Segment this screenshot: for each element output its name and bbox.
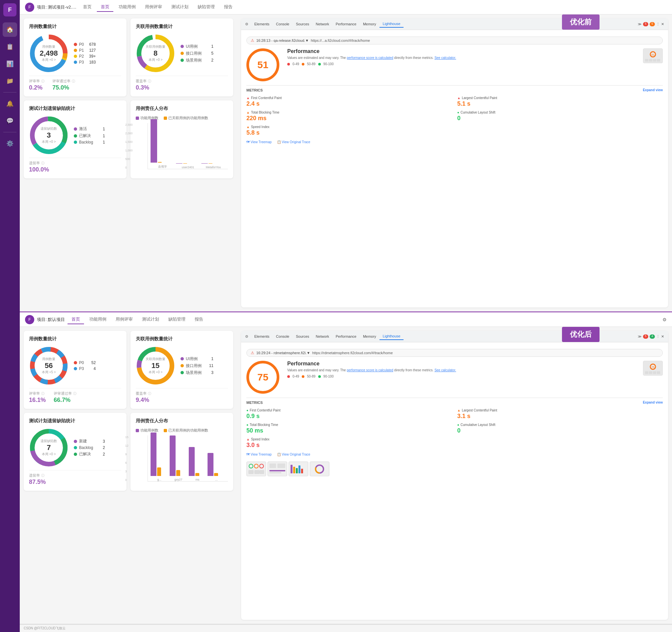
- sidebar-item-list[interactable]: 📋: [3, 40, 17, 54]
- top-related-stats: 覆盖率 ⓘ 0.3%: [136, 76, 228, 91]
- top-dt-elements[interactable]: Elements: [251, 21, 273, 27]
- bottom-dt-elements[interactable]: Elements: [251, 333, 273, 340]
- top-dt-console[interactable]: Console: [273, 21, 292, 27]
- top-nav-defect[interactable]: 缺陷管理: [194, 3, 219, 12]
- bottom-bar-group-3: ms: [189, 447, 207, 481]
- top-dt-sources[interactable]: Sources: [292, 21, 312, 27]
- bottom-retention: 遗留率 ⓘ 87.5%: [29, 473, 46, 485]
- top-lh-expand[interactable]: Expand view: [643, 88, 663, 92]
- top-nav-home[interactable]: 首页: [79, 3, 96, 12]
- top-defect-card: 测试计划遗留缺陷统计 遗留缺陷数 3: [24, 100, 126, 178]
- bottom-related-center: 关联用例数量 15 本周 +0 >: [146, 357, 165, 375]
- top-dt-lighthouse[interactable]: Lighthouse: [380, 20, 404, 28]
- bottom-related-donut-section: 关联用例数量 15 本周 +0 > UI用例 1: [136, 346, 228, 385]
- top-nav-home-active[interactable]: 首页: [97, 3, 113, 12]
- top-lh-links: 🗺 View Treemap 📋 View Original Trace: [246, 140, 663, 144]
- bottom-lcp-icon: ▲: [457, 408, 460, 412]
- bottom-dt-console[interactable]: Console: [273, 333, 292, 340]
- svg-rect-37: [254, 470, 260, 474]
- top-nav-report[interactable]: 报告: [220, 3, 237, 12]
- b-dot-p3: [74, 367, 77, 370]
- coverage-info-icon: ⓘ: [148, 79, 151, 84]
- top-coverage: 覆盖率 ⓘ 0.3%: [136, 79, 151, 91]
- bottom-dt-badge-1: 5: [643, 334, 648, 339]
- bottom-dt-network[interactable]: Network: [313, 333, 332, 340]
- bottom-coverage: 覆盖率 ⓘ 9.4%: [136, 391, 151, 404]
- top-dt-dots: ⋮: [656, 22, 660, 26]
- top-bar-group-1: 血视学: [150, 119, 174, 169]
- top-usecase-number: 2,498: [40, 49, 58, 58]
- bottom-dt-sources[interactable]: Sources: [292, 333, 312, 340]
- sidebar-item-chart[interactable]: 📊: [3, 57, 17, 71]
- top-usecase-center-label: 用例数量: [40, 45, 58, 49]
- bottom-dt-close[interactable]: ✕: [661, 334, 664, 339]
- bottom-nav-report[interactable]: 报告: [191, 315, 207, 324]
- sidebar-item-home[interactable]: 🏠: [3, 22, 17, 37]
- bottom-lh-thumb-1: 75: [643, 361, 663, 376]
- top-panel-nav: 首页 首页 功能用例 用例评审 测试计划 缺陷管理 报告: [79, 3, 237, 12]
- top-usecase-donut-section: 用例数量 2,498 本周 +0 > P0 678: [29, 33, 121, 73]
- bottom-related-title: 关联用例数量统计: [136, 336, 228, 342]
- bottom-thumb-svg: 75: [644, 361, 662, 375]
- b-bar-2-func: [170, 435, 175, 476]
- bottom-panel-settings-icon[interactable]: ⚙: [663, 317, 667, 322]
- bottom-dt-performance[interactable]: Performance: [332, 333, 360, 340]
- bottom-lh-expand[interactable]: Expand view: [643, 401, 663, 405]
- bottom-dt-lighthouse[interactable]: Lighthouse: [380, 333, 404, 340]
- top-dt-network[interactable]: Network: [313, 21, 332, 27]
- sidebar-item-bell[interactable]: 🔔: [3, 97, 17, 111]
- bottom-lh-metric-cls: ● Cumulative Layout Shift 0: [457, 423, 663, 434]
- bottom-bar-legend-func: 功能用例数: [136, 428, 159, 433]
- top-lh-link-treemap[interactable]: 🗺 View Treemap: [246, 140, 272, 144]
- svg-rect-48: [298, 465, 301, 473]
- bottom-nav-home[interactable]: 首页: [68, 315, 84, 324]
- top-lh-scale: 0-49 50-89 90-100: [287, 62, 456, 66]
- top-lh-metric-tbt: ▲ Total Blocking Time 220 ms: [246, 110, 452, 122]
- bottom-legend-resolved: 已解决 2: [74, 451, 105, 457]
- scale-dot-orange: [302, 63, 304, 66]
- top-dt-close[interactable]: ✕: [661, 22, 664, 26]
- bottom-defect-sub: 本周 +0 >: [41, 452, 57, 457]
- bottom-nav-plan[interactable]: 测试计划: [138, 315, 163, 324]
- bottom-related-card: 关联用例数量统计 关联用例数量 15: [130, 331, 233, 409]
- b-bar-label-2: gxy27: [174, 478, 183, 481]
- dot-p3: [74, 60, 77, 64]
- bottom-dt-badge-a: ≫: [638, 334, 642, 339]
- bottom-nav-func[interactable]: 功能用例: [85, 315, 110, 324]
- bottom-related-stats: 覆盖率 ⓘ 9.4%: [136, 388, 228, 404]
- top-lh-score-info: Performance Values are estimated and may…: [287, 48, 456, 66]
- top-defect-legend-resolved: 已解决 1: [74, 133, 105, 138]
- bottom-nav-review[interactable]: 用例评审: [112, 315, 137, 324]
- top-bar-1-related: [158, 162, 162, 162]
- b-dot-ui: [181, 357, 184, 360]
- top-lh-metrics-title: METRICS Expand view: [246, 85, 663, 92]
- top-review-rate-value: 0.2%: [29, 84, 45, 91]
- bottom-coverage-value: 9.4%: [136, 397, 151, 404]
- top-lh-metric-lcp-value: 5.1 s: [457, 100, 663, 107]
- top-nav-plan[interactable]: 测试计划: [167, 3, 192, 12]
- bottom-related-sub: 本周 +0 >: [146, 370, 165, 375]
- bottom-lh-link-treemap[interactable]: 🗺 View Treemap: [246, 453, 272, 456]
- bottom-defect-donut-section: 遗留缺陷数 7 本周 +0 > 新建 3: [29, 428, 121, 467]
- top-tbt-icon: ▲: [246, 110, 250, 114]
- bottom-nav-defect[interactable]: 缺陷管理: [164, 315, 189, 324]
- bottom-lh-link-trace[interactable]: 📋 View Original Trace: [277, 453, 310, 456]
- top-dt-badge-1: 5: [643, 22, 648, 26]
- top-related-center-label: 关联用例数量: [146, 45, 165, 49]
- sidebar-item-settings[interactable]: ⚙️: [3, 136, 17, 151]
- top-dt-memory[interactable]: Memory: [360, 21, 380, 27]
- bottom-lh-metric-fcp-value: 0.9 s: [246, 413, 452, 420]
- bottom-lh-metric-si: ▲ Speed Index 3.0 s: [246, 437, 452, 449]
- b-bar-2-related: [176, 470, 180, 476]
- top-nav-func[interactable]: 功能用例: [115, 3, 140, 12]
- sidebar-item-chat[interactable]: 💬: [3, 113, 17, 128]
- bottom-dt-memory[interactable]: Memory: [360, 333, 380, 340]
- bottom-review-rate: 评审率 ⓘ 16.1%: [29, 391, 46, 404]
- top-lh-metric-lcp-label: ▲ Largest Contentful Paint: [457, 96, 663, 100]
- sidebar-item-folder[interactable]: 📁: [3, 74, 17, 88]
- b-bar-label-1: g...: [158, 478, 162, 481]
- top-bars-area: 血视学 user2401: [148, 123, 228, 169]
- top-lh-link-trace[interactable]: 📋 View Original Trace: [277, 140, 310, 144]
- top-dt-performance[interactable]: Performance: [332, 21, 360, 27]
- top-nav-review[interactable]: 用例评审: [141, 3, 166, 12]
